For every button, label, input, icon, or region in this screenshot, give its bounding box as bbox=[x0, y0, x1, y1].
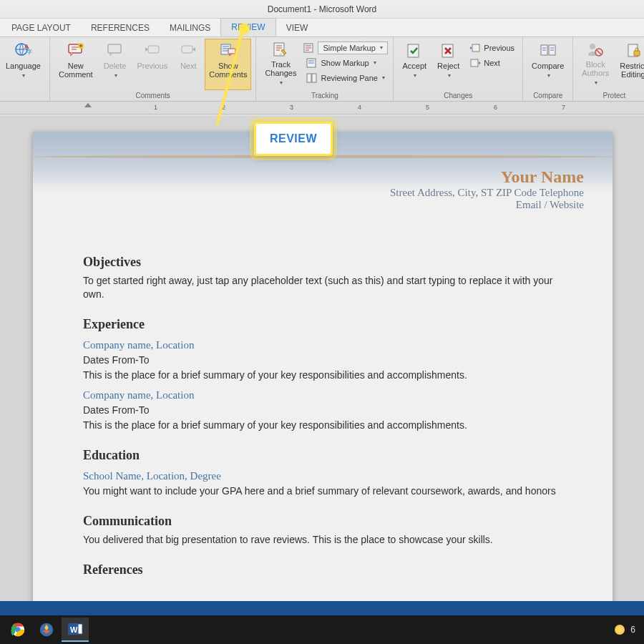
chevron-down-icon: ▾ bbox=[374, 59, 376, 67]
taskbar[interactable]: W 6 bbox=[0, 615, 644, 644]
previous-comment-button[interactable]: Previous bbox=[132, 39, 172, 90]
time-partial: 6 bbox=[630, 625, 635, 635]
chevron-down-icon: ▾ bbox=[382, 74, 385, 82]
dates-1[interactable]: Dates From-To bbox=[83, 353, 562, 367]
track-changes-button[interactable]: Track Changes ▾ bbox=[260, 39, 301, 90]
status-bar[interactable] bbox=[0, 601, 644, 615]
reject-button[interactable]: Reject ▾ bbox=[433, 39, 464, 90]
horizontal-ruler[interactable]: 1 2 3 4 5 6 7 bbox=[0, 102, 644, 114]
taskbar-word[interactable]: W bbox=[62, 618, 89, 642]
svg-rect-17 bbox=[472, 44, 479, 52]
exp-1[interactable]: This is the place for a brief summary of… bbox=[83, 369, 562, 382]
references-heading[interactable]: References bbox=[83, 562, 562, 577]
compare-group-label: Compare bbox=[527, 91, 568, 101]
protect-group-label: Protect bbox=[577, 91, 644, 101]
svg-text:W: W bbox=[70, 625, 78, 634]
chevron-down-icon: ▾ bbox=[547, 72, 550, 80]
reviewing-pane-button[interactable]: Reviewing Pane▾ bbox=[303, 71, 389, 85]
tab-references[interactable]: REFERENCES bbox=[81, 19, 160, 36]
svg-rect-13 bbox=[307, 74, 311, 82]
svg-rect-5 bbox=[108, 44, 121, 53]
compare-icon bbox=[538, 42, 558, 60]
restrict-editing-button[interactable]: Restrict Editing bbox=[615, 39, 644, 90]
block-authors-label: Block Authors bbox=[582, 60, 609, 77]
ruler-num: 3 bbox=[290, 104, 293, 111]
compare-button[interactable]: Compare ▾ bbox=[527, 39, 568, 90]
language-button[interactable]: A字 Language ▾ bbox=[1, 39, 45, 90]
document-body[interactable]: Objectives To get started right away, ju… bbox=[33, 218, 613, 601]
objectives-text[interactable]: To get started right away, just tap any … bbox=[83, 274, 562, 301]
next-comment-button[interactable]: Next bbox=[174, 39, 203, 90]
block-authors-button[interactable]: Block Authors ▾ bbox=[577, 39, 613, 90]
ruler-num: 4 bbox=[358, 104, 361, 111]
company-1[interactable]: Company name, Location bbox=[83, 338, 562, 352]
address-line[interactable]: Street Address, City, ST ZIP Code Teleph… bbox=[62, 187, 584, 199]
chevron-down-icon: ▾ bbox=[114, 72, 117, 80]
window-title: Document1 - Microsoft Word bbox=[0, 0, 644, 19]
previous-label: Previous bbox=[137, 62, 167, 70]
next2-label: Next bbox=[484, 59, 500, 67]
previous-icon bbox=[469, 42, 481, 54]
comments-group-label: Comments bbox=[54, 91, 251, 101]
changes-group-label: Changes bbox=[398, 91, 518, 101]
markup-display-select[interactable]: Simple Markup▾ bbox=[303, 41, 389, 55]
objectives-heading[interactable]: Objectives bbox=[83, 255, 562, 270]
taskbar-chrome[interactable] bbox=[4, 618, 31, 642]
email-line[interactable]: Email / Website bbox=[62, 199, 584, 211]
previous-change-button[interactable]: Previous bbox=[466, 41, 518, 55]
track-changes-icon bbox=[270, 42, 291, 59]
document-area[interactable]: Your Name Street Address, City, ST ZIP C… bbox=[0, 116, 644, 601]
accept-label: Accept bbox=[402, 62, 426, 70]
chevron-down-icon: ▾ bbox=[414, 72, 416, 80]
show-markup-button[interactable]: Show Markup▾ bbox=[303, 56, 389, 70]
reviewing-pane-label: Reviewing Pane bbox=[321, 74, 378, 82]
restrict-editing-label: Restrict Editing bbox=[620, 62, 644, 79]
page[interactable]: Your Name Street Address, City, ST ZIP C… bbox=[33, 132, 613, 601]
chevron-down-icon: ▾ bbox=[22, 72, 25, 80]
accept-icon bbox=[404, 42, 424, 60]
school-line[interactable]: School Name, Location, Degree bbox=[83, 469, 562, 483]
show-markup-label: Show Markup bbox=[321, 59, 369, 67]
communication-heading[interactable]: Communication bbox=[83, 514, 562, 529]
new-comment-label: New Comment bbox=[59, 62, 93, 79]
svg-rect-14 bbox=[312, 74, 316, 82]
comment-delete-icon bbox=[105, 42, 125, 60]
chevron-down-icon: ▾ bbox=[448, 72, 451, 80]
reject-icon bbox=[439, 42, 459, 60]
education-text[interactable]: You might want to include your GPA here … bbox=[83, 484, 562, 498]
experience-heading[interactable]: Experience bbox=[83, 317, 562, 332]
block-authors-icon bbox=[585, 42, 605, 59]
show-markup-icon bbox=[306, 57, 318, 69]
reviewing-pane-icon bbox=[306, 72, 318, 84]
svg-rect-15 bbox=[408, 44, 419, 57]
review-callout: REVIEW bbox=[254, 122, 333, 156]
communication-text[interactable]: You delivered that big presentation to r… bbox=[83, 533, 562, 547]
compare-label: Compare bbox=[532, 62, 564, 70]
company-2[interactable]: Company name, Location bbox=[83, 388, 562, 402]
tab-page-layout[interactable]: PAGE LAYOUT bbox=[1, 19, 81, 36]
svg-rect-6 bbox=[148, 46, 159, 53]
taskbar-tray[interactable]: 6 bbox=[615, 625, 640, 635]
ribbon-tabs: PAGE LAYOUT REFERENCES MAILINGS REVIEW V… bbox=[0, 19, 644, 37]
weather-icon bbox=[615, 625, 625, 635]
svg-rect-9 bbox=[228, 49, 235, 54]
tab-view[interactable]: VIEW bbox=[276, 19, 318, 36]
svg-rect-30 bbox=[78, 624, 82, 634]
education-heading[interactable]: Education bbox=[83, 448, 562, 463]
delete-comment-button[interactable]: Delete ▾ bbox=[99, 39, 131, 90]
accept-button[interactable]: Accept ▾ bbox=[398, 39, 431, 90]
prev2-label: Previous bbox=[484, 44, 514, 52]
your-name[interactable]: Your Name bbox=[62, 167, 584, 187]
next-icon bbox=[469, 57, 481, 69]
comment-next-icon bbox=[178, 42, 198, 60]
exp-2[interactable]: This is the place for a brief summary of… bbox=[83, 419, 562, 432]
tab-mailings[interactable]: MAILINGS bbox=[160, 19, 220, 36]
next-change-button[interactable]: Next bbox=[466, 56, 518, 70]
chevron-down-icon: ▾ bbox=[595, 79, 597, 87]
taskbar-app[interactable] bbox=[33, 618, 60, 642]
globe-icon: A字 bbox=[13, 42, 33, 60]
new-comment-button[interactable]: New Comment bbox=[54, 39, 97, 90]
comment-previous-icon bbox=[142, 42, 162, 60]
svg-rect-18 bbox=[471, 59, 478, 67]
dates-2[interactable]: Dates From-To bbox=[83, 404, 562, 417]
